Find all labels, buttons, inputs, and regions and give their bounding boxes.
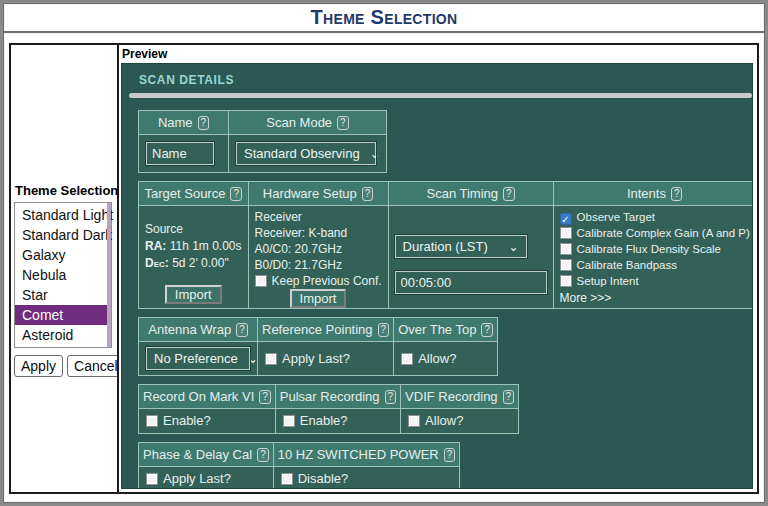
intents-cell: ✓Observe Target Calibrate Complex Gain (… [553,206,753,309]
dec-line: Dec: 5d 2' 0.00" [145,255,242,272]
switched-power-cell: Disable? [273,467,460,490]
over-the-top-cell: Allow? [394,342,498,376]
help-icon[interactable]: ? [257,448,269,462]
help-icon[interactable]: ? [362,187,374,201]
allow-label: Allow? [425,413,463,428]
sidebar-buttons: Apply Cancel [14,355,117,377]
name-scan-mode-table: Name? Scan Mode? [138,110,387,173]
receiver-value: Receiver: K-band [255,225,382,241]
vdif-header: VDIF Recording? [401,385,519,409]
keep-previous-checkbox[interactable] [255,275,267,287]
scan-timing-cell: Duration (LST) ⌄ [388,206,553,309]
scan-timing-header: Scan Timing? [388,182,553,206]
scan-timing-header-label: Scan Timing [427,186,499,201]
apply-button[interactable]: Apply [14,355,63,377]
antenna-wrap-select[interactable]: No Preference ⌄ [146,347,250,370]
ra-label: RA: [145,239,166,253]
reference-pointing-cell: Apply Last? [258,342,394,376]
theme-selection-dialog: Theme Selection Theme Selection Standard… [3,3,765,503]
observe-target-checkbox[interactable]: ✓ [560,213,572,225]
switched-power-disable-checkbox[interactable] [281,473,293,485]
apply-last-row: Apply Last? [146,471,231,486]
help-icon[interactable]: ? [385,390,397,404]
calibrate-flux-density-checkbox[interactable] [560,243,572,255]
target-source-cell: Source RA: 11h 1m 0.00s Dec: 5d 2' 0.00"… [139,206,249,309]
mark-vi-enable-checkbox[interactable] [146,415,158,427]
help-icon[interactable]: ? [481,323,493,337]
page-title: Theme Selection [4,4,764,31]
theme-option-asteroid[interactable]: Asteroid [15,325,111,345]
enable-row: Enable? [283,413,348,428]
theme-listbox[interactable]: Standard Light Standard Dark Galaxy Nebu… [14,202,112,348]
calibrate-bandpass-checkbox[interactable] [560,259,572,271]
scan-mode-select[interactable]: Standard Observing ⌄ [236,142,376,165]
help-icon[interactable]: ? [503,187,515,201]
timing-mode-select[interactable]: Duration (LST) ⌄ [395,235,527,258]
help-icon[interactable]: ? [671,187,683,201]
import-source-button[interactable]: Import [165,285,222,304]
more-intents-link[interactable]: More >>> [560,291,750,305]
mark-vi-header-label: Record On Mark VI [143,389,254,404]
antenna-wrap-cell: No Preference ⌄ [139,342,258,376]
listbox-scrollbar[interactable] [107,203,111,347]
hardware-setup-cell: Receiver Receiver: K-band A0/C0: 20.7GHz… [248,206,388,309]
vdif-allow-checkbox[interactable] [408,415,420,427]
pulsar-enable-checkbox[interactable] [283,415,295,427]
source-label: Source [145,221,242,238]
name-cell [139,135,229,173]
reference-pointing-header-label: Reference Pointing [262,322,373,337]
over-the-top-header: Over The Top? [394,318,498,342]
help-icon[interactable]: ? [259,390,271,404]
pulsar-header-label: Pulsar Recording [280,389,380,404]
help-icon[interactable]: ? [236,323,248,337]
theme-option-comet[interactable]: Comet [15,305,111,325]
scan-detail-tables: Name? Scan Mode? [122,98,752,489]
setup-intent-checkbox[interactable] [560,275,572,287]
theme-option-star[interactable]: Star [15,285,111,305]
theme-option-galaxy[interactable]: Galaxy [15,245,111,265]
keep-previous-label: Keep Previous Conf. [272,274,382,288]
help-icon[interactable]: ? [444,448,456,462]
antenna-wrap-header-label: Antenna Wrap [148,322,231,337]
intent-label: Calibrate Complex Gain (A and P) [577,227,750,239]
intents-header-label: Intents [627,186,666,201]
vdif-cell: Allow? [401,409,519,434]
over-the-top-checkbox[interactable] [401,353,413,365]
help-icon[interactable]: ? [378,323,390,337]
timing-mode-value: Duration (LST) [403,239,488,254]
scan-mode-header: Scan Mode? [229,111,387,135]
name-input[interactable] [146,142,214,165]
target-source-table: Target Source? Hardware Setup? Scan Timi… [138,181,753,309]
phase-delay-header: Phase & Delay Cal? [139,443,274,467]
intent-label: Calibrate Bandpass [577,259,677,271]
hardware-setup-header-label: Hardware Setup [263,186,357,201]
phase-delay-cell: Apply Last? [139,467,274,490]
preview-label: Preview [119,45,757,63]
help-icon[interactable]: ? [503,390,515,404]
intent-label: Observe Target [577,211,655,223]
theme-option-standard-light[interactable]: Standard Light [15,205,111,225]
intents-header: Intents? [553,182,753,206]
intent-label: Setup Intent [577,275,639,287]
theme-option-standard-dark[interactable]: Standard Dark [15,225,111,245]
theme-option-nebula[interactable]: Nebula [15,265,111,285]
help-icon[interactable]: ? [230,187,242,201]
check-icon: ✓ [561,214,569,225]
help-icon[interactable]: ? [198,116,210,130]
name-header-label: Name [158,115,193,130]
duration-input[interactable] [395,271,547,294]
intent-row: ✓Observe Target [560,209,750,225]
pulsar-cell: Enable? [275,409,400,434]
help-icon[interactable]: ? [337,116,349,130]
target-source-header-label: Target Source [145,186,226,201]
import-hardware-button[interactable]: Import [290,289,347,308]
reference-pointing-checkbox[interactable] [265,353,277,365]
chevron-down-icon: ⌄ [370,150,380,158]
phase-delay-apply-checkbox[interactable] [146,473,158,485]
allow-row: Allow? [408,413,463,428]
intent-row: Calibrate Complex Gain (A and P) [560,225,750,241]
calibrate-complex-gain-checkbox[interactable] [560,227,572,239]
cancel-button[interactable]: Cancel [67,355,125,377]
allow-label: Allow? [418,351,456,366]
phase-delay-table: Phase & Delay Cal? 10 HZ SWITCHED POWER?… [138,442,460,489]
